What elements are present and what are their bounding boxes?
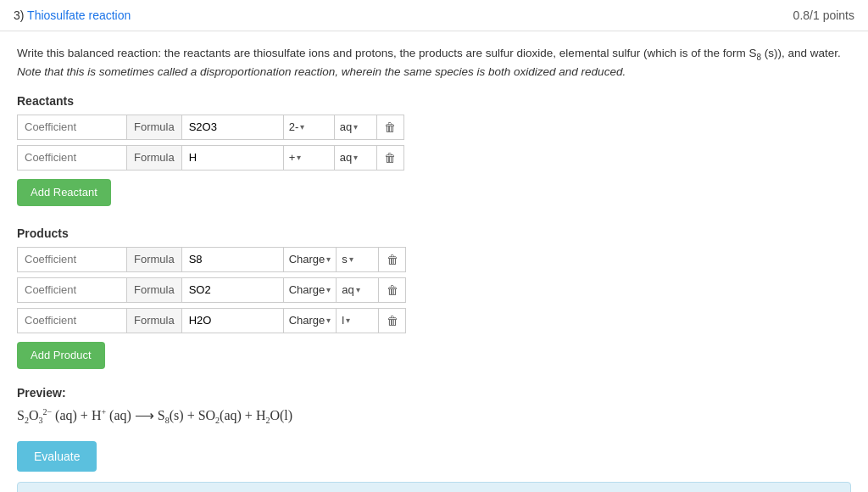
page-header: 3) Thiosulfate reaction 0.8/1 points — [0, 0, 868, 31]
product-1-formula-label: Formula — [127, 247, 182, 272]
reactants-label: Reactants — [17, 94, 851, 108]
preview-section: Preview: S2O32− (aq) + H+ (aq) ⟶ S8(s) +… — [17, 386, 851, 428]
desc-line2: Note that this is sometimes called a dis… — [17, 65, 626, 78]
product-3-charge-select[interactable]: Charge ▾ — [284, 308, 337, 333]
main-content: Write this balanced reaction: the reacta… — [0, 31, 868, 492]
product-3-state-select[interactable]: l ▾ — [337, 308, 379, 333]
products-section: Products Formula Charge ▾ s ▾ 🗑 Formula … — [17, 226, 851, 379]
reactant-1-formula-input[interactable] — [182, 115, 284, 140]
product-2-state-arrow: ▾ — [356, 285, 360, 294]
reactant-1-state-value: aq — [340, 120, 352, 133]
product-3-charge-value: Charge — [289, 314, 326, 327]
reactant-2-charge-select[interactable]: + ▾ — [284, 145, 335, 171]
evaluate-button[interactable]: Evaluate — [17, 441, 97, 472]
reactants-section: Reactants Formula 2- ▾ aq ▾ 🗑 Formula + … — [17, 94, 851, 216]
reactant-2-delete-button[interactable]: 🗑 — [377, 145, 404, 171]
add-reactant-button[interactable]: Add Reactant — [17, 179, 111, 206]
reactant-2-state-arrow: ▾ — [353, 153, 358, 162]
products-label: Products — [17, 226, 851, 240]
title-link[interactable]: Thiosulfate reaction — [27, 8, 131, 22]
product-row-3: Formula Charge ▾ l ▾ 🗑 — [17, 308, 851, 333]
reactant-2-state-select[interactable]: aq ▾ — [335, 145, 377, 171]
product-2-state-value: aq — [342, 283, 353, 296]
product-1-delete-button[interactable]: 🗑 — [379, 247, 406, 272]
preview-equation: S2O32− (aq) + H+ (aq) ⟶ S8(s) + SO2(aq) … — [17, 405, 851, 428]
title-prefix: 3) — [14, 8, 27, 22]
product-1-state-value: s — [342, 253, 348, 266]
preview-label: Preview: — [17, 386, 851, 400]
product-2-formula-input[interactable] — [182, 277, 284, 303]
reactant-1-state-select[interactable]: aq ▾ — [335, 115, 377, 140]
product-1-formula-input[interactable] — [182, 247, 284, 272]
product-1-state-arrow: ▾ — [349, 254, 353, 264]
product-3-state-value: l — [342, 314, 344, 327]
product-row-2: Formula Charge ▾ aq ▾ 🗑 — [17, 277, 851, 303]
product-1-state-select[interactable]: s ▾ — [337, 247, 379, 272]
reactant-1-delete-button[interactable]: 🗑 — [377, 115, 404, 140]
product-2-charge-select[interactable]: Charge ▾ — [284, 277, 337, 303]
points-display: 0.8/1 points — [793, 8, 854, 22]
reactant-1-charge-value: 2- — [289, 120, 299, 133]
reactant-2-formula-label: Formula — [127, 145, 182, 171]
page-title: 3) Thiosulfate reaction — [14, 8, 131, 22]
product-3-coefficient[interactable] — [17, 308, 127, 333]
product-3-formula-label: Formula — [127, 308, 182, 333]
reactant-2-charge-value: + — [289, 151, 296, 164]
product-3-formula-input[interactable] — [182, 308, 284, 333]
product-2-delete-button[interactable]: 🗑 — [379, 277, 406, 303]
product-row-1: Formula Charge ▾ s ▾ 🗑 — [17, 247, 851, 272]
reactant-2-charge-arrow: ▾ — [297, 153, 301, 162]
product-2-charge-arrow: ▾ — [326, 285, 331, 294]
add-product-button[interactable]: Add Product — [17, 342, 105, 369]
product-2-state-select[interactable]: aq ▾ — [337, 277, 379, 303]
problem-description: Write this balanced reaction: the reacta… — [17, 45, 851, 81]
reactant-row-2: Formula + ▾ aq ▾ 🗑 — [17, 145, 851, 171]
desc-line1: Write this balanced reaction: the reacta… — [17, 47, 841, 59]
product-2-coefficient[interactable] — [17, 277, 127, 303]
product-2-formula-label: Formula — [127, 277, 182, 303]
product-1-charge-select[interactable]: Charge ▾ — [284, 247, 337, 272]
product-1-charge-value: Charge — [289, 253, 326, 266]
product-1-charge-arrow: ▾ — [326, 254, 331, 264]
reactant-2-state-value: aq — [340, 151, 352, 164]
reactant-1-charge-select[interactable]: 2- ▾ — [284, 115, 335, 140]
reactant-1-state-arrow: ▾ — [353, 122, 358, 131]
reactant-2-formula-input[interactable] — [182, 145, 284, 171]
product-3-state-arrow: ▾ — [346, 316, 350, 325]
reactant-1-charge-arrow: ▾ — [300, 122, 304, 131]
reactant-2-coefficient[interactable] — [17, 145, 127, 171]
product-2-charge-value: Charge — [289, 283, 326, 296]
reactant-1-coefficient[interactable] — [17, 115, 127, 140]
reactant-row-1: Formula 2- ▾ aq ▾ 🗑 — [17, 115, 851, 140]
reactant-1-formula-label: Formula — [127, 115, 182, 140]
product-3-charge-arrow: ▾ — [326, 316, 331, 325]
product-3-delete-button[interactable]: 🗑 — [379, 308, 406, 333]
feedback-box: Incorrect. Your reaction is not balanced… — [17, 482, 851, 492]
product-1-coefficient[interactable] — [17, 247, 127, 272]
